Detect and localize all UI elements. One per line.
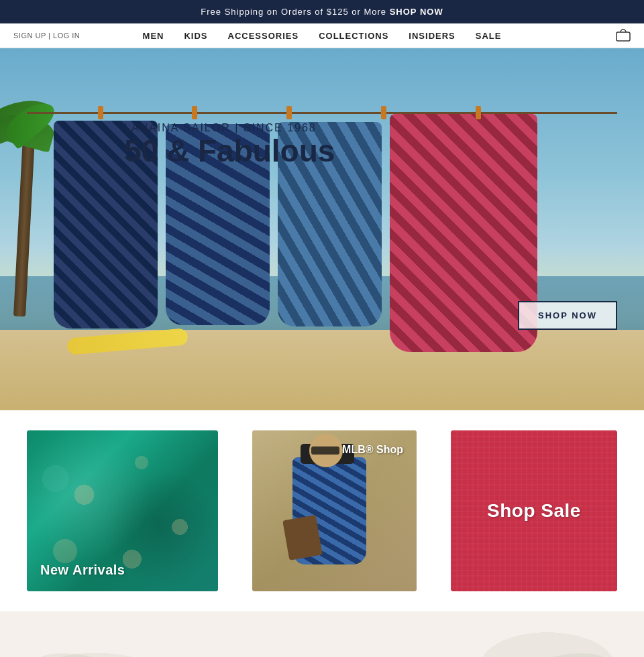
mlb-sunglasses bbox=[311, 446, 339, 455]
hero-subtitle: LAHAINA SAILOR | SINCE 1968 bbox=[124, 122, 335, 134]
auth-links: SIGN UP | LOG IN bbox=[13, 32, 80, 40]
cart-icon[interactable] bbox=[616, 29, 631, 42]
nav-sale[interactable]: SALE bbox=[476, 31, 502, 41]
new-arrivals-label: New Arrivals bbox=[40, 562, 125, 578]
main-nav: MEN KIDS ACCESSORIES COLLECTIONS INSIDER… bbox=[143, 31, 502, 41]
clothespin-5 bbox=[476, 106, 481, 119]
header: SIGN UP | LOG IN MEN KIDS ACCESSORIES CO… bbox=[0, 23, 644, 48]
shirt-4 bbox=[390, 114, 537, 352]
footer-links: AFFILIATES CONTACT US CAREERS FIT GUIDE … bbox=[27, 645, 617, 657]
banner-text: Free Shipping on Orders of $125 or More bbox=[201, 7, 389, 17]
header-icons bbox=[616, 29, 631, 42]
nav-collections[interactable]: COLLECTIONS bbox=[319, 31, 388, 41]
clothespin-2 bbox=[192, 106, 197, 119]
footer: AFFILIATES CONTACT US CAREERS FIT GUIDE … bbox=[0, 611, 644, 657]
banner-cta[interactable]: SHOP NOW bbox=[390, 7, 443, 17]
nav-insiders[interactable]: INSIDERS bbox=[409, 31, 455, 41]
hero-title: 50 & Fabulous bbox=[124, 134, 335, 168]
login-link[interactable]: LOG IN bbox=[53, 32, 80, 40]
mlb-shop-label: MLB® Shop bbox=[342, 444, 403, 456]
nav-men[interactable]: MEN bbox=[143, 31, 164, 41]
hero-section: LAHAINA SAILOR | SINCE 1968 50 & Fabulou… bbox=[0, 48, 644, 410]
signup-link[interactable]: SIGN UP bbox=[13, 32, 46, 40]
top-banner: Free Shipping on Orders of $125 or More … bbox=[0, 0, 644, 23]
svg-rect-0 bbox=[616, 32, 630, 41]
mlb-book bbox=[282, 515, 323, 560]
clothesline bbox=[27, 112, 617, 114]
palm-tree bbox=[0, 48, 67, 410]
shop-sale-card[interactable]: Shop Sale bbox=[451, 430, 617, 591]
clothespin-3 bbox=[286, 106, 292, 119]
clothespin-1 bbox=[98, 106, 103, 119]
cards-section: New Arrivals MLB® Shop Shop Sale bbox=[0, 410, 644, 611]
nav-accessories[interactable]: ACCESSORIES bbox=[228, 31, 299, 41]
nav-kids[interactable]: KIDS bbox=[184, 31, 207, 41]
hero-text-block: LAHAINA SAILOR | SINCE 1968 50 & Fabulou… bbox=[124, 122, 335, 168]
hero-shop-now-button[interactable]: SHOP NOW bbox=[518, 301, 617, 330]
new-arrivals-card[interactable]: New Arrivals bbox=[27, 430, 218, 591]
shop-sale-label: Shop Sale bbox=[487, 500, 581, 522]
clothespin-4 bbox=[381, 106, 386, 119]
mlb-shop-card[interactable]: MLB® Shop bbox=[252, 430, 417, 591]
